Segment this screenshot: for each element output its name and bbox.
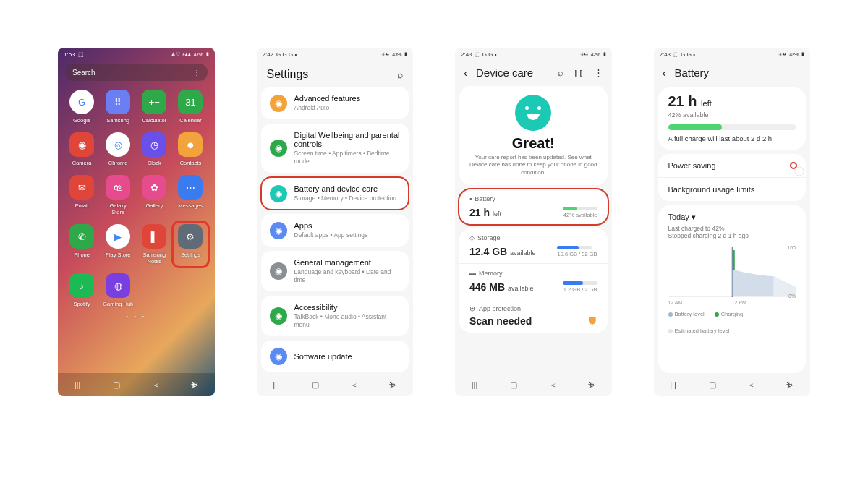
app-label: Calendar — [179, 117, 201, 124]
app-icon: ◷ — [142, 132, 166, 157]
app-label: Calculator — [142, 117, 166, 124]
app-label: Settings — [181, 252, 200, 258]
nav-recents[interactable]: ||| — [270, 380, 283, 389]
app-label: Galaxy Store — [103, 202, 133, 215]
app-icon: ✆ — [69, 224, 94, 249]
app-label: Gallery — [145, 202, 163, 209]
today-dropdown[interactable]: Today ▾ — [658, 205, 807, 225]
nav-home[interactable]: ▢ — [507, 380, 520, 389]
search-input[interactable]: Search ⋮ — [65, 64, 208, 81]
nav-back[interactable]: ＜ — [348, 380, 361, 389]
status-bar: 2:43 ⬚ G G • ⚹▴▴42%▮ — [455, 48, 612, 61]
app-calendar[interactable]: 31Calendar — [175, 90, 205, 124]
nav-home[interactable]: ▢ — [706, 380, 719, 389]
app-play-store[interactable]: ▶Play Store — [103, 224, 133, 265]
app-label: Messages — [178, 202, 203, 209]
app-label: Gaming Hub — [103, 301, 133, 307]
settings-item-icon: ◉ — [270, 95, 287, 112]
status-face-icon — [515, 95, 551, 131]
phone-device-care: 2:43 ⬚ G G • ⚹▴▴42%▮ ‹ Device care ⌕ ⫿⫿ … — [455, 48, 612, 396]
app-clock[interactable]: ◷Clock — [139, 132, 169, 166]
app-gallery[interactable]: ✿Gallery — [139, 175, 169, 215]
chart-icon[interactable]: ⫿⫿ — [574, 67, 584, 78]
app-icon: ✉ — [69, 175, 94, 200]
battery-pct: 47% — [194, 52, 203, 57]
nav-recents[interactable]: ||| — [71, 380, 84, 389]
app-contacts[interactable]: ☻Contacts — [175, 132, 205, 166]
nav-back[interactable]: ＜ — [149, 380, 162, 389]
settings-item-apps[interactable]: ◉AppsDefault apps • App settings — [261, 214, 409, 247]
app-icon: ♪ — [69, 273, 94, 298]
battery-icon: ▪ — [469, 195, 472, 202]
settings-item-digital[interactable]: ◉Digital Wellbeing and parental controls… — [261, 124, 409, 173]
search-icon[interactable]: ⌕ — [558, 67, 563, 78]
settings-item-general[interactable]: ◉General managementLanguage and keyboard… — [261, 251, 409, 291]
settings-item-title: Accessibility — [294, 303, 401, 312]
nav-home[interactable]: ▢ — [309, 380, 322, 389]
back-icon[interactable]: ‹ — [663, 67, 666, 79]
settings-header: Settings ⌕ — [257, 61, 414, 87]
memory-card[interactable]: ▬Memory 446 MB available 1.2 GB / 2 GB — [459, 263, 608, 299]
app-gaming-hub[interactable]: ◍Gaming Hub — [103, 273, 133, 307]
settings-item-title: Apps — [294, 221, 401, 230]
nav-accessibility-icon[interactable]: ⛷ — [784, 380, 797, 389]
app-email[interactable]: ✉Email — [67, 175, 97, 215]
nav-accessibility-icon[interactable]: ⛷ — [188, 380, 201, 389]
nav-home[interactable]: ▢ — [110, 380, 123, 389]
settings-item-subtitle: Storage • Memory • Device protection — [294, 194, 401, 202]
app-phone[interactable]: ✆Phone — [67, 224, 97, 265]
settings-item-battery[interactable]: ◉Battery and device careStorage • Memory… — [261, 177, 409, 210]
app-samsung-notes[interactable]: ▌Samsung Notes — [139, 224, 169, 265]
app-settings[interactable]: ⚙Settings — [175, 224, 205, 265]
status-bar: 2:42 G G G • ⚹▴▴43%▮ — [257, 48, 414, 61]
nav-accessibility-icon[interactable]: ⛷ — [585, 380, 598, 389]
status-bar: 2:43 ⬚ G G • ⚹▴▴42%▮ — [654, 48, 811, 61]
app-label: Samsung — [106, 117, 129, 124]
clock: 1:53 — [64, 51, 75, 58]
battery-card[interactable]: ▪Battery 21 h left 42% available — [459, 189, 608, 224]
nav-back[interactable]: ＜ — [546, 380, 559, 389]
app-grid: GGoogle⠿Samsung+−Calculator31Calendar◉Ca… — [58, 87, 215, 307]
chevron-down-icon: ▾ — [692, 213, 696, 221]
settings-item-advanced[interactable]: ◉Advanced featuresAndroid Auto — [261, 87, 409, 119]
app-icon: G — [69, 90, 94, 114]
app-icon: ⋯ — [178, 175, 203, 200]
app-galaxy-store[interactable]: 🛍Galaxy Store — [103, 175, 133, 215]
nav-recents[interactable]: ||| — [667, 380, 680, 389]
app-icon: +− — [142, 90, 166, 114]
protection-card[interactable]: ⛨App protection Scan needed ⛊ — [459, 299, 608, 333]
app-icon: ☻ — [178, 132, 203, 157]
more-icon[interactable]: ⋮ — [193, 69, 200, 77]
bg-limits-row[interactable]: Background usage limits — [658, 177, 807, 201]
app-samsung[interactable]: ⠿Samsung — [103, 90, 133, 124]
app-camera[interactable]: ◉Camera — [67, 132, 97, 166]
status-word: Great! — [459, 135, 608, 152]
settings-item-title: General management — [294, 258, 401, 267]
status-message: Your care report has been updated. See w… — [468, 154, 599, 176]
phone-launcher: 1:53 ⬚ ◭ ♡ ⚹▴▴47%▮ Search ⋮ GGoogle⠿Sams… — [58, 48, 215, 396]
settings-item-software[interactable]: ◉Software update — [261, 341, 409, 372]
back-icon[interactable]: ‹ — [464, 67, 467, 79]
power-saving-row[interactable]: Power saving — [658, 154, 807, 177]
settings-item-title: Advanced features — [294, 94, 401, 103]
app-calculator[interactable]: +−Calculator — [139, 90, 169, 124]
app-chrome[interactable]: ◎Chrome — [103, 132, 133, 166]
settings-item-accessibility[interactable]: ◉AccessibilityTalkBack • Mono audio • As… — [261, 296, 409, 336]
nav-accessibility-icon[interactable]: ⛷ — [387, 380, 400, 389]
phone-settings: 2:42 G G G • ⚹▴▴43%▮ Settings ⌕ ◉Advance… — [257, 48, 414, 396]
nav-back[interactable]: ＜ — [745, 380, 758, 389]
settings-item-icon: ◉ — [270, 348, 287, 365]
app-spotify[interactable]: ♪Spotify — [67, 273, 97, 307]
app-google[interactable]: GGoogle — [67, 90, 97, 124]
storage-card[interactable]: ◇Storage 12.4 GB available 19.6 GB / 32 … — [459, 228, 608, 263]
app-label: Spotify — [74, 301, 90, 307]
app-label: Clock — [148, 160, 161, 166]
settings-item-subtitle: Screen time • App timers • Bedtime mode — [294, 150, 401, 166]
search-icon[interactable]: ⌕ — [397, 69, 403, 80]
more-icon[interactable]: ⋮ — [594, 67, 603, 78]
nav-recents[interactable]: ||| — [468, 380, 481, 389]
app-icon: 🛍 — [106, 175, 130, 200]
settings-item-title: Battery and device care — [294, 184, 401, 193]
app-messages[interactable]: ⋯Messages — [175, 175, 205, 215]
settings-item-title: Software update — [294, 352, 401, 361]
